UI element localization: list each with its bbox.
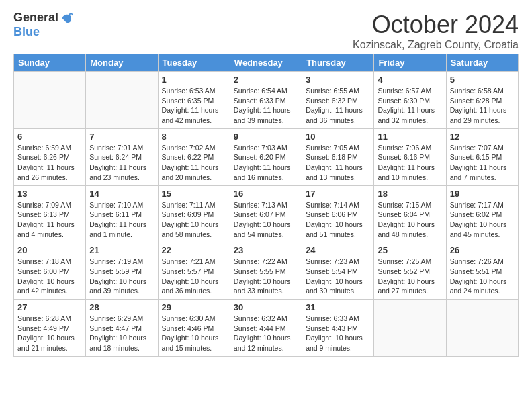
calendar-cell: 16Sunrise: 7:13 AMSunset: 6:07 PMDayligh…: [230, 185, 302, 242]
day-number: 4: [378, 75, 442, 85]
day-number: 2: [234, 75, 298, 85]
day-info: Sunrise: 7:25 AMSunset: 5:52 PMDaylight:…: [378, 257, 442, 296]
day-info: Sunrise: 6:28 AMSunset: 4:49 PMDaylight:…: [17, 314, 82, 353]
calendar-week-4: 27Sunrise: 6:28 AMSunset: 4:49 PMDayligh…: [14, 300, 519, 357]
calendar-week-1: 6Sunrise: 6:59 AMSunset: 6:26 PMDaylight…: [14, 128, 519, 185]
day-number: 15: [162, 189, 226, 199]
day-number: 29: [162, 302, 226, 312]
day-info: Sunrise: 6:32 AMSunset: 4:44 PMDaylight:…: [234, 314, 298, 353]
day-number: 5: [450, 75, 515, 85]
calendar-cell: 11Sunrise: 7:06 AMSunset: 6:16 PMDayligh…: [374, 128, 446, 185]
calendar-cell: 14Sunrise: 7:10 AMSunset: 6:11 PMDayligh…: [86, 185, 158, 242]
calendar-cell: 7Sunrise: 7:01 AMSunset: 6:24 PMDaylight…: [86, 128, 158, 185]
header-friday: Friday: [374, 54, 446, 72]
calendar-cell: 12Sunrise: 7:07 AMSunset: 6:15 PMDayligh…: [446, 128, 518, 185]
day-info: Sunrise: 7:23 AMSunset: 5:54 PMDaylight:…: [306, 257, 370, 296]
calendar-cell: 27Sunrise: 6:28 AMSunset: 4:49 PMDayligh…: [14, 300, 86, 357]
calendar-cell: 9Sunrise: 7:03 AMSunset: 6:20 PMDaylight…: [230, 128, 302, 185]
header: General Blue October 2024 Kozinscak, Zag…: [13, 11, 519, 51]
day-info: Sunrise: 6:59 AMSunset: 6:26 PMDaylight:…: [17, 143, 82, 183]
calendar-table: Sunday Monday Tuesday Wednesday Thursday…: [13, 54, 519, 357]
day-info: Sunrise: 7:21 AMSunset: 5:57 PMDaylight:…: [162, 257, 226, 296]
calendar-cell: 1Sunrise: 6:53 AMSunset: 6:35 PMDaylight…: [158, 72, 230, 129]
day-info: Sunrise: 6:54 AMSunset: 6:33 PMDaylight:…: [234, 86, 298, 126]
day-info: Sunrise: 6:33 AMSunset: 4:43 PMDaylight:…: [306, 314, 370, 353]
calendar-cell: 28Sunrise: 6:29 AMSunset: 4:47 PMDayligh…: [86, 300, 158, 357]
day-info: Sunrise: 7:11 AMSunset: 6:09 PMDaylight:…: [162, 200, 226, 240]
header-tuesday: Tuesday: [158, 54, 230, 72]
header-sunday: Sunday: [14, 54, 86, 72]
calendar-cell: 13Sunrise: 7:09 AMSunset: 6:13 PMDayligh…: [14, 185, 86, 242]
calendar-cell: 31Sunrise: 6:33 AMSunset: 4:43 PMDayligh…: [302, 300, 374, 357]
day-number: 27: [17, 302, 82, 312]
logo: General Blue: [13, 11, 73, 39]
day-number: 17: [306, 189, 370, 199]
calendar-cell: 24Sunrise: 7:23 AMSunset: 5:54 PMDayligh…: [302, 242, 374, 300]
logo-general-text: General: [13, 11, 58, 25]
day-number: 11: [378, 132, 442, 142]
day-number: 20: [17, 245, 82, 255]
day-number: 25: [378, 245, 442, 255]
day-number: 6: [17, 132, 82, 142]
day-number: 8: [162, 132, 226, 142]
day-number: 31: [306, 302, 370, 312]
calendar-cell: 4Sunrise: 6:57 AMSunset: 6:30 PMDaylight…: [374, 72, 446, 129]
day-info: Sunrise: 7:13 AMSunset: 6:07 PMDaylight:…: [234, 200, 298, 240]
day-info: Sunrise: 6:29 AMSunset: 4:47 PMDaylight:…: [89, 314, 154, 353]
calendar-cell: 18Sunrise: 7:15 AMSunset: 6:04 PMDayligh…: [374, 185, 446, 242]
day-number: 12: [450, 132, 515, 142]
main-container: General Blue October 2024 Kozinscak, Zag…: [0, 0, 532, 367]
day-number: 26: [450, 245, 515, 255]
calendar-cell: 26Sunrise: 7:26 AMSunset: 5:51 PMDayligh…: [446, 242, 518, 300]
calendar-cell: 3Sunrise: 6:55 AMSunset: 6:32 PMDaylight…: [302, 72, 374, 129]
calendar-cell: 19Sunrise: 7:17 AMSunset: 6:02 PMDayligh…: [446, 185, 518, 242]
calendar-cell: 5Sunrise: 6:58 AMSunset: 6:28 PMDaylight…: [446, 72, 518, 129]
title-section: October 2024 Kozinscak, Zagreb County, C…: [353, 11, 519, 51]
day-number: 24: [306, 245, 370, 255]
day-info: Sunrise: 7:18 AMSunset: 6:00 PMDaylight:…: [17, 257, 82, 296]
calendar-cell: 29Sunrise: 6:30 AMSunset: 4:46 PMDayligh…: [158, 300, 230, 357]
day-number: 19: [450, 189, 515, 199]
logo-icon: [60, 11, 73, 25]
day-info: Sunrise: 7:19 AMSunset: 5:59 PMDaylight:…: [89, 257, 154, 296]
header-saturday: Saturday: [446, 54, 518, 72]
calendar-cell: [14, 72, 86, 129]
calendar-cell: 21Sunrise: 7:19 AMSunset: 5:59 PMDayligh…: [86, 242, 158, 300]
logo-blue-text: Blue: [13, 25, 40, 38]
day-number: 7: [89, 132, 154, 142]
header-monday: Monday: [86, 54, 158, 72]
day-info: Sunrise: 7:09 AMSunset: 6:13 PMDaylight:…: [17, 200, 82, 240]
day-number: 22: [162, 245, 226, 255]
calendar-cell: [374, 300, 446, 357]
day-number: 16: [234, 189, 298, 199]
calendar-cell: [86, 72, 158, 129]
day-info: Sunrise: 7:26 AMSunset: 5:51 PMDaylight:…: [450, 257, 515, 296]
day-info: Sunrise: 6:53 AMSunset: 6:35 PMDaylight:…: [162, 86, 226, 126]
day-info: Sunrise: 7:03 AMSunset: 6:20 PMDaylight:…: [234, 143, 298, 183]
day-number: 13: [17, 189, 82, 199]
day-info: Sunrise: 7:14 AMSunset: 6:06 PMDaylight:…: [306, 200, 370, 240]
day-number: 23: [234, 245, 298, 255]
day-info: Sunrise: 7:07 AMSunset: 6:15 PMDaylight:…: [450, 143, 515, 183]
calendar-cell: 22Sunrise: 7:21 AMSunset: 5:57 PMDayligh…: [158, 242, 230, 300]
month-title: October 2024: [353, 11, 519, 39]
calendar-cell: 15Sunrise: 7:11 AMSunset: 6:09 PMDayligh…: [158, 185, 230, 242]
calendar-cell: 25Sunrise: 7:25 AMSunset: 5:52 PMDayligh…: [374, 242, 446, 300]
calendar-cell: 6Sunrise: 6:59 AMSunset: 6:26 PMDaylight…: [14, 128, 86, 185]
day-info: Sunrise: 7:06 AMSunset: 6:16 PMDaylight:…: [378, 143, 442, 183]
header-thursday: Thursday: [302, 54, 374, 72]
calendar-week-3: 20Sunrise: 7:18 AMSunset: 6:00 PMDayligh…: [14, 242, 519, 300]
location: Kozinscak, Zagreb County, Croatia: [353, 39, 519, 51]
calendar-cell: 30Sunrise: 6:32 AMSunset: 4:44 PMDayligh…: [230, 300, 302, 357]
calendar-cell: 20Sunrise: 7:18 AMSunset: 6:00 PMDayligh…: [14, 242, 86, 300]
day-info: Sunrise: 7:02 AMSunset: 6:22 PMDaylight:…: [162, 143, 226, 183]
calendar-cell: [446, 300, 518, 357]
day-number: 1: [162, 75, 226, 85]
weekday-header-row: Sunday Monday Tuesday Wednesday Thursday…: [14, 54, 519, 72]
calendar-cell: 8Sunrise: 7:02 AMSunset: 6:22 PMDaylight…: [158, 128, 230, 185]
calendar-cell: 23Sunrise: 7:22 AMSunset: 5:55 PMDayligh…: [230, 242, 302, 300]
day-number: 14: [89, 189, 154, 199]
calendar-cell: 2Sunrise: 6:54 AMSunset: 6:33 PMDaylight…: [230, 72, 302, 129]
day-number: 9: [234, 132, 298, 142]
calendar-week-0: 1Sunrise: 6:53 AMSunset: 6:35 PMDaylight…: [14, 72, 519, 129]
